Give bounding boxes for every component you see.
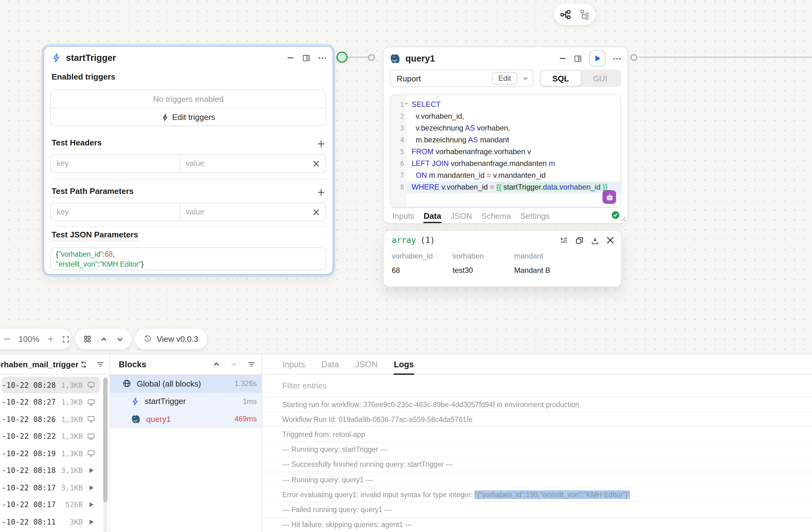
block-row-query1[interactable]: query1469ms <box>110 410 262 428</box>
query1-output-port[interactable] <box>630 54 637 61</box>
block-row-global[interactable]: Global (all blocks)1.326s <box>110 375 262 393</box>
sql-line[interactable]: SELECT <box>407 99 621 110</box>
line-number: 8 <box>390 181 407 193</box>
more-menu-icon[interactable] <box>318 54 327 62</box>
run-list-item[interactable]: -10-22 08:113KB <box>0 513 99 530</box>
refresh-icon[interactable] <box>79 360 88 369</box>
resize-grip[interactable] <box>620 216 626 222</box>
sql-line[interactable]: v.bezeichnung AS vorhaben, <box>407 122 621 134</box>
run-query-button[interactable] <box>590 50 606 66</box>
sql-line[interactable]: LEFT JOIN vorhabenanfrage.mandanten m <box>407 158 621 170</box>
run-list-scrollbar-thumb[interactable] <box>103 378 107 502</box>
mode-option-sql[interactable]: SQL <box>541 71 580 86</box>
log-line[interactable]: --- Successfully finished running query:… <box>262 457 812 472</box>
history-icon <box>144 335 152 343</box>
add-path-param-button[interactable] <box>317 188 325 196</box>
run-list-item[interactable]: -10-22 08:261,3KB <box>0 411 99 428</box>
sql-line[interactable]: v.vorhaben_id, <box>407 110 621 122</box>
logs-tab-json[interactable]: JSON <box>355 354 378 374</box>
query1-input-port[interactable] <box>368 54 375 61</box>
minimize-icon[interactable] <box>559 55 566 62</box>
block-row-starttrigger[interactable]: startTrigger1ms <box>110 393 262 410</box>
sql-line[interactable]: FROM vorhabenanfrage.vorhaben v <box>407 146 621 158</box>
run-list: -10-22 08:281,3KB-10-22 08:271,3KB-10-22… <box>0 376 99 530</box>
sql-line[interactable]: m.bezeichnung AS mandant <box>407 134 621 146</box>
edit-resource-button[interactable]: Edit <box>492 72 517 85</box>
filter-entries-input[interactable]: Filter entries <box>262 375 812 397</box>
run-list-item[interactable]: -10-22 08:17526B <box>0 496 99 513</box>
more-menu-icon[interactable] <box>613 54 621 62</box>
filter-icon[interactable] <box>96 360 104 369</box>
play-icon <box>88 467 95 474</box>
header-value-input[interactable] <box>180 159 306 168</box>
start-trigger-output-port[interactable] <box>336 51 348 63</box>
query-tab-data[interactable]: Data <box>424 208 441 223</box>
chevron-down-icon[interactable] <box>522 75 528 82</box>
line-number-gutter: 12345678 <box>390 95 407 207</box>
copy-icon[interactable] <box>575 236 584 245</box>
start-trigger-block[interactable]: startTrigger Enabled triggers No trigger… <box>44 46 333 275</box>
filter-icon[interactable] <box>247 360 256 368</box>
run-list-item[interactable]: -10-22 08:221,3KB <box>0 428 99 445</box>
log-line[interactable]: Triggered from: retool-app <box>262 427 812 442</box>
sql-code[interactable]: SELECT v.vorhaben_id, v.bezeichnung AS v… <box>407 95 621 207</box>
log-line[interactable]: --- Running query: query1 --- <box>262 472 812 487</box>
download-icon[interactable] <box>591 236 599 245</box>
query-tab-inputs[interactable]: Inputs <box>392 208 415 223</box>
add-header-button[interactable] <box>317 139 325 148</box>
query1-block[interactable]: query1 Ruport Edit SQLGUI <box>383 47 628 224</box>
header-key-input[interactable] <box>51 159 179 168</box>
fit-view-icon[interactable] <box>62 335 70 343</box>
resource-selector[interactable]: Ruport Edit <box>390 70 534 87</box>
panel-icon[interactable] <box>302 54 310 62</box>
logs-tab-data[interactable]: Data <box>321 354 339 374</box>
query-tab-json[interactable]: JSON <box>450 208 472 223</box>
remove-header-icon[interactable] <box>306 160 326 167</box>
remove-path-param-icon[interactable] <box>306 208 326 215</box>
log-line[interactable]: Error evaluating query1: invalid input s… <box>262 487 812 502</box>
zoom-in-button[interactable] <box>47 336 54 342</box>
grid-icon[interactable] <box>83 335 91 343</box>
chevron-up-icon[interactable] <box>100 335 107 343</box>
chevron-down-icon[interactable] <box>230 360 237 368</box>
zoom-out-button[interactable] <box>4 336 11 342</box>
test-json-editor[interactable]: {"vorhaben_id":68, "erstellt_von":"KMH E… <box>50 247 327 270</box>
query-tab-schema[interactable]: Schema <box>481 208 511 223</box>
panel-icon[interactable] <box>574 54 582 62</box>
fold-chevron-icon[interactable] <box>404 101 408 106</box>
run-list-item[interactable]: -10-22 08:271,3KB <box>0 394 99 411</box>
collapse-list-icon[interactable] <box>560 236 568 245</box>
log-line[interactable]: --- Running query: startTrigger --- <box>262 442 812 457</box>
tree-vertical-icon[interactable] <box>579 9 590 19</box>
log-line[interactable]: --- Failed running query: query1 --- <box>262 502 812 517</box>
ai-assistant-icon[interactable] <box>603 190 616 204</box>
monitor-icon <box>87 398 95 407</box>
log-line[interactable]: Starting run for workflow: 376ee9c0-235c… <box>262 397 812 412</box>
sql-editor[interactable]: 12345678 SELECT v.vorhaben_id, v.bezeich… <box>390 94 621 208</box>
log-line[interactable]: --- Hit failure, skipping queries: agent… <box>262 517 812 532</box>
run-list-item[interactable]: -10-22 08:173,1KB <box>0 479 99 496</box>
block-name: Global (all blocks) <box>137 379 201 388</box>
chevron-up-icon[interactable] <box>213 360 220 368</box>
monitor-icon <box>87 450 95 458</box>
query-tab-settings[interactable]: Settings <box>520 208 550 223</box>
tree-horizontal-icon[interactable] <box>560 9 571 19</box>
run-list-item[interactable]: -10-22 08:191,3KB <box>0 445 99 462</box>
log-line[interactable]: Workflow Run Id: 019a0a9b-0636-77ac-a559… <box>262 412 812 427</box>
run-list-item[interactable]: -10-22 08:183,1KB <box>0 462 99 479</box>
sql-line[interactable]: ON m.mandanten_id = v.mandanten_id <box>407 170 621 181</box>
globe-icon <box>122 380 131 388</box>
sql-line[interactable]: WHERE v.vorhaben_id = {{ startTrigger.da… <box>407 181 621 193</box>
close-icon[interactable] <box>606 236 614 244</box>
log-lines: Starting run for workflow: 376ee9c0-235c… <box>262 397 812 532</box>
logs-tab-inputs[interactable]: Inputs <box>282 354 305 374</box>
run-list-item[interactable]: -10-22 08:281,3KB <box>0 376 99 394</box>
logs-tab-logs[interactable]: Logs <box>394 354 414 374</box>
mode-option-gui[interactable]: GUI <box>580 71 620 86</box>
version-toolbar[interactable]: View v0.0.3 <box>135 329 207 349</box>
edit-triggers-button[interactable]: Edit triggers <box>51 108 326 126</box>
minimize-icon[interactable] <box>287 54 294 61</box>
chevron-down-icon[interactable] <box>116 335 124 343</box>
path-key-input[interactable] <box>51 208 179 216</box>
path-value-input[interactable] <box>180 208 306 216</box>
